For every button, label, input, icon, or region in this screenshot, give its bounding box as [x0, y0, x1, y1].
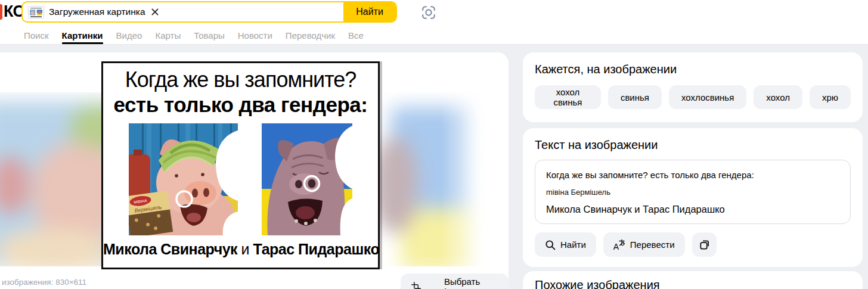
pig-photo-right — [262, 123, 352, 235]
tab-video[interactable]: Видео — [116, 26, 142, 45]
page: КС Загруженная картинка — [0, 0, 868, 289]
meme-title-line2: есть только два гендера: — [103, 92, 378, 117]
search-input[interactable] — [160, 2, 343, 21]
image-viewer-card: Когда же вы запомните? есть только два г… — [0, 52, 509, 289]
uploaded-image-chip[interactable]: Загруженная картинка — [28, 6, 160, 18]
header: КС Загруженная картинка — [0, 0, 868, 45]
logo-red-sliver — [0, 4, 2, 20]
select-fragment-label: Выбрать фрагмент — [426, 276, 498, 289]
search-icon — [545, 240, 556, 250]
similar-images-card: Похожие изображения — [523, 271, 863, 289]
meme-caption-name2: Тарас Пидарашко — [253, 241, 380, 257]
tab-tovary[interactable]: Товары — [194, 26, 225, 45]
tag-chip[interactable]: хохол свинья — [535, 85, 601, 109]
tab-novosti[interactable]: Новости — [238, 26, 272, 45]
tab-karty[interactable]: Карты — [155, 26, 181, 45]
image-text-card: Текст на изображении Когда же вы запомни… — [523, 128, 863, 267]
tags-card-title: Кажется, на изображении — [535, 63, 851, 76]
meme-caption: Микола Свинарчук и Тарас Пидарашко — [103, 241, 378, 258]
recognized-text-line: Микола Свинарчук и Тарас Пидарашко — [546, 204, 839, 215]
tag-chip[interactable]: хохлосвинья — [669, 85, 746, 109]
image-search-lens-icon[interactable] — [421, 5, 436, 20]
uploaded-image-chip-label: Загруженная картинка — [49, 7, 145, 17]
service-tabs: Поиск Картинки Видео Карты Товары Новост… — [24, 26, 364, 45]
translate-text-label: Перевести — [630, 240, 675, 250]
close-icon[interactable] — [150, 7, 160, 17]
image-tags-card: Кажется, на изображении хохол свинья сви… — [523, 52, 863, 122]
tags-row: хохол свинья свинья хохлосвинья хохол хр… — [535, 85, 851, 109]
text-actions: Найти A Перевести — [535, 232, 851, 257]
text-card-title: Текст на изображении — [535, 138, 851, 152]
recognized-text-line: Когда же вы запомните? есть только два г… — [546, 170, 839, 180]
pig-photo-left: МІВІНА Вермішель — [129, 123, 238, 235]
search-bar: Загруженная картинка Найти — [21, 1, 397, 23]
uploaded-image-thumbnail — [28, 6, 44, 18]
find-text-button[interactable]: Найти — [535, 232, 596, 257]
tab-perevodchik[interactable]: Переводчик — [286, 26, 335, 45]
meme-photos: МІВІНА Вермішель — [103, 123, 378, 235]
meme-caption-and: и — [241, 241, 249, 257]
find-text-label: Найти — [560, 240, 586, 250]
tag-chip[interactable]: свинья — [608, 85, 662, 109]
crop-icon — [411, 281, 421, 289]
meme-title-line1: Когда же вы запомните? — [103, 67, 378, 92]
copy-text-button[interactable] — [692, 232, 717, 257]
recognized-text-box[interactable]: Когда же вы запомните? есть только два г… — [535, 160, 851, 224]
translate-text-button[interactable]: A Перевести — [603, 232, 685, 257]
copy-icon — [699, 239, 710, 250]
meme-caption-name1: Микола Свинарчук — [103, 241, 237, 257]
recognized-text-line: mівіна Бермішель — [546, 188, 839, 197]
select-fragment-button[interactable]: Выбрать фрагмент — [401, 274, 509, 289]
tag-chip[interactable]: хохол — [754, 85, 802, 109]
translate-icon: A — [613, 239, 625, 251]
backdrop-white-fade — [441, 92, 509, 266]
search-submit-button[interactable]: Найти — [343, 2, 396, 21]
tag-chip[interactable]: хрю — [810, 85, 851, 109]
image-size-label: изображения: 830×611 — [2, 278, 86, 287]
yandex-logo-fragment[interactable]: КС — [0, 2, 24, 21]
tab-kartinki[interactable]: Картинки — [62, 26, 103, 45]
tab-vse[interactable]: Все — [348, 26, 364, 45]
tab-poisk[interactable]: Поиск — [24, 26, 49, 45]
uploaded-meme-image[interactable]: Когда же вы запомните? есть только два г… — [101, 61, 380, 269]
similar-card-title: Похожие изображения — [535, 278, 851, 289]
